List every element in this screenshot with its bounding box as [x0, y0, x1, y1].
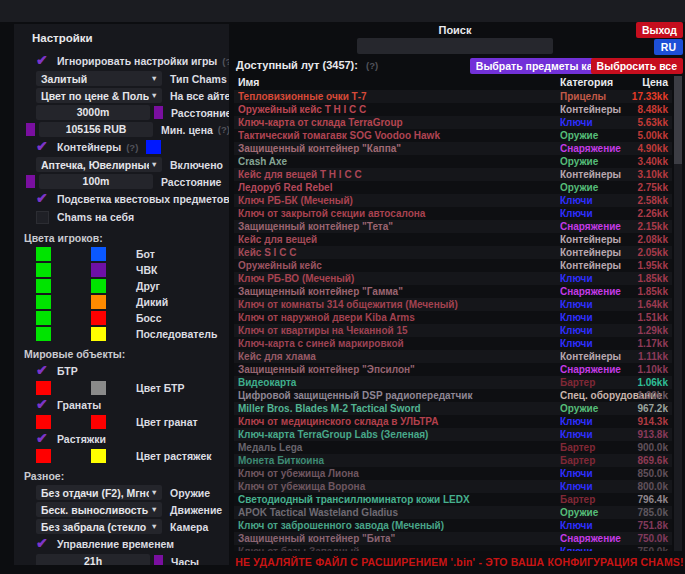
loot-table-row[interactable]: Кейс для вещей T H I C CКонтейнеры3.10kk: [234, 168, 672, 181]
chams-self-checkbox[interactable]: [36, 211, 49, 224]
color-boss-swatch-2[interactable]: [91, 311, 106, 325]
color-friend-swatch-1[interactable]: [36, 279, 51, 293]
loot-item-name: Медаль Lega: [238, 441, 556, 454]
enabled-categories-dropdown[interactable]: Аптечка, Ювелирные и...▼: [36, 157, 162, 172]
color-follower-label: Последователь: [136, 328, 217, 340]
loot-scrollbar[interactable]: [674, 76, 682, 551]
loot-table-row[interactable]: Ключ РБ-ВО (Меченый)Ключи1.85kk: [234, 272, 672, 285]
all-items-color-mode-dropdown[interactable]: Цвет по цене & Пользователь▼: [36, 88, 162, 103]
loot-table-row[interactable]: Кейс S I C CКонтейнеры2.05kk: [234, 246, 672, 259]
time-hours-input[interactable]: 21h: [36, 554, 150, 565]
loot-item-price: 1.10kk: [637, 363, 668, 376]
loot-table-row[interactable]: Кейс для вещейКонтейнеры2.08kk: [234, 233, 672, 246]
color-boss-swatch-1[interactable]: [36, 311, 51, 325]
tripwires-checkbox[interactable]: [36, 433, 49, 446]
loot-table-row[interactable]: Ключ от заброшенного завода (Меченый)Клю…: [234, 519, 672, 532]
grenade-color-swatch-1[interactable]: [36, 415, 51, 429]
quest-items-highlight-checkbox[interactable]: [36, 193, 49, 206]
min-price-input[interactable]: 105156 RUB: [39, 122, 153, 137]
loot-table-row[interactable]: Оружейный кейс T H I C CКонтейнеры8.48kk: [234, 103, 672, 116]
setting-row-btr: БТР: [24, 362, 225, 380]
loot-table-row[interactable]: ВидеокартаБартер1.06kk: [234, 376, 672, 389]
color-scav-swatch-2[interactable]: [91, 295, 106, 309]
loot-table-row[interactable]: Медаль LegaБартер900.0k: [234, 441, 672, 454]
loot-table-row[interactable]: Ключ от квартиры на Чеканной 15Ключи1.29…: [234, 324, 672, 337]
weapon-options-dropdown[interactable]: Без отдачи (F2), Мгновенное п▼: [36, 485, 162, 500]
color-bot-swatch-2[interactable]: [91, 247, 106, 261]
containers-distance-input[interactable]: 100m: [39, 174, 153, 189]
drop-all-button[interactable]: Выбросить все: [591, 58, 683, 74]
loot-table-row[interactable]: Тепловизионные очки Т-7Прицелы17.33kk: [234, 90, 672, 103]
loot-table-row[interactable]: Защищенный контейнер "Бита"Снаряжение750…: [234, 532, 672, 545]
loot-table-row[interactable]: Монета БиткоинаБартер869.6k: [234, 454, 672, 467]
loot-table-row[interactable]: Защищенный контейнер "Тета"Снаряжение2.1…: [234, 220, 672, 233]
tripwire-color-swatch-2[interactable]: [91, 449, 106, 463]
loot-table-row[interactable]: Ключ-карта с синей маркировкойКлючи1.17k…: [234, 337, 672, 350]
loot-table-row[interactable]: Miller Bros. Blades M-2 Tactical SwordОр…: [234, 402, 672, 415]
loot-table-row[interactable]: Ключ от убежища ВоронаКлючи800.0k: [234, 480, 672, 493]
hint-icon: (?): [126, 142, 138, 153]
btr-color-swatch-1[interactable]: [36, 381, 51, 395]
loot-table-row[interactable]: Crash AxeОружие3.40kk: [234, 155, 672, 168]
containers-color-swatch[interactable]: [146, 140, 161, 154]
loot-table-row[interactable]: Ключ от закрытой секции автосалонаКлючи2…: [234, 207, 672, 220]
loot-table-row[interactable]: Цифровой защищенный DSP радиопередатчикС…: [234, 389, 672, 402]
min-price-color-swatch[interactable]: [26, 123, 35, 136]
language-button[interactable]: RU: [654, 39, 683, 55]
loot-table-row[interactable]: Защищенный контейнер "Гамма"Снаряжение1.…: [234, 285, 672, 298]
search-input[interactable]: [357, 38, 553, 54]
loot-table-row[interactable]: APOK Tactical Wasteland GladiusОружие785…: [234, 506, 672, 519]
setting-row-weapon-options: Без отдачи (F2), Мгновенное п▼Оружие: [24, 484, 225, 501]
color-follower-swatch-1[interactable]: [36, 327, 51, 341]
loot-item-name: Кейс S I C C: [238, 246, 556, 259]
color-pmc-swatch-2[interactable]: [91, 263, 106, 277]
color-pmc-swatch-1[interactable]: [36, 263, 51, 277]
loot-table-row[interactable]: Ледоруб Red RebelОружие2.75kk: [234, 181, 672, 194]
color-bot-swatch-1[interactable]: [36, 247, 51, 261]
items-distance-input[interactable]: 3000m: [36, 105, 150, 120]
loot-table-row[interactable]: Защищенный контейнер "Каппа"Снаряжение4.…: [234, 142, 672, 155]
color-friend-swatch-2[interactable]: [91, 279, 106, 293]
loot-table-row[interactable]: Ключ от наружной двери Kiba ArmsКлючи1.5…: [234, 311, 672, 324]
chams-type-dropdown[interactable]: Залитый▼: [36, 71, 162, 86]
items-distance-color-swatch[interactable]: [154, 106, 163, 119]
loot-scrollbar-thumb[interactable]: [674, 76, 682, 164]
btr-color-label: Цвет БТР: [136, 382, 184, 394]
containers-checkbox[interactable]: [36, 141, 49, 154]
grenade-color-swatch-2[interactable]: [91, 415, 106, 429]
loot-table-row[interactable]: Ключ-карта TerraGroup Labs (Зеленая)Ключ…: [234, 428, 672, 441]
loot-table-row[interactable]: Оружейный кейсКонтейнеры1.95kk: [234, 259, 672, 272]
grenades-checkbox[interactable]: [36, 399, 49, 412]
color-scav-swatch-1[interactable]: [36, 295, 51, 309]
loot-item-name: Тактический томагавк SOG Voodoo Hawk: [238, 129, 556, 142]
btr-checkbox[interactable]: [36, 365, 49, 378]
loot-table-row[interactable]: Ключ от медицинского склада в УЛЬТРАКлюч…: [234, 415, 672, 428]
loot-table-row[interactable]: Защищенный контейнер "Эпсилон"Снаряжение…: [234, 363, 672, 376]
loot-table-row[interactable]: Ключ от комнаты 314 общежития (Меченый)К…: [234, 298, 672, 311]
loot-table-row[interactable]: Ключ-карта от склада TerraGroupКлючи5.63…: [234, 116, 672, 129]
loot-table-row[interactable]: Светодиодный трансиллюминатор кожи LEDXБ…: [234, 493, 672, 506]
loot-item-name: Защищенный контейнер "Каппа": [238, 142, 556, 155]
camera-options-dropdown[interactable]: Без забрала (стекло шлема)▼: [36, 519, 162, 534]
loot-table-row[interactable]: Кейс для хламаКонтейнеры1.11kk: [234, 350, 672, 363]
tripwires-label: Растяжки: [57, 433, 106, 445]
loot-table-row[interactable]: Ключ от убежища ЛионаКлючи850.0k: [234, 467, 672, 480]
exit-button[interactable]: Выход: [636, 22, 683, 38]
color-follower-swatch-2[interactable]: [91, 327, 106, 341]
loot-table-row[interactable]: Ключ от базы ЗападныйКлючи750.0k: [234, 545, 672, 551]
time-control-checkbox[interactable]: [36, 538, 49, 551]
loot-table-row[interactable]: Тактический томагавк SOG Voodoo HawkОруж…: [234, 129, 672, 142]
loot-item-name: Кейс для хлама: [238, 350, 556, 363]
time-hours-color-swatch[interactable]: [154, 555, 163, 565]
loot-item-name: Ключ-карта с синей маркировкой: [238, 337, 556, 350]
time-control-label: Управление временем: [57, 538, 174, 550]
ignore-game-settings-checkbox[interactable]: [36, 55, 49, 68]
loot-item-price: 1.17kk: [637, 337, 668, 350]
tripwire-color-swatch-1[interactable]: [36, 449, 51, 463]
chevron-down-icon: ▼: [151, 74, 158, 83]
movement-options-dropdown[interactable]: Беск. выносливость и нет уста▼: [36, 502, 162, 517]
containers-distance-color-swatch[interactable]: [26, 175, 35, 188]
btr-color-swatch-2[interactable]: [91, 381, 106, 395]
loot-table-row[interactable]: Ключ РБ-БК (Меченый)Ключи2.58kk: [234, 194, 672, 207]
setting-row-movement-options: Беск. выносливость и нет уста▼Движение: [24, 501, 225, 518]
